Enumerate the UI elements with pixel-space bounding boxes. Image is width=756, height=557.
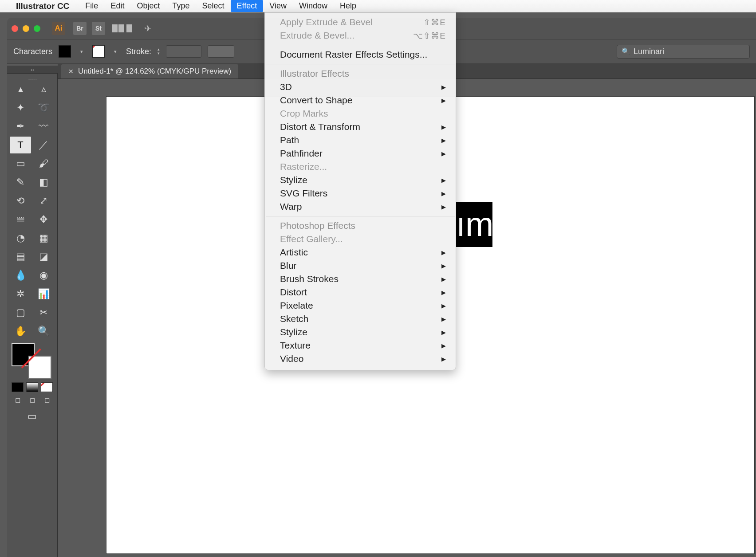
stroke-weight-select[interactable] <box>166 45 201 58</box>
width-tool[interactable]: ⩸ <box>10 211 31 228</box>
menu-item-pixelate[interactable]: Pixelate▶ <box>265 299 456 312</box>
paintbrush-tool[interactable]: 🖌 <box>33 155 54 172</box>
arrange-documents-button[interactable]: ▾ <box>110 24 134 33</box>
hand-tool[interactable]: ✋ <box>10 323 31 340</box>
column-graph-tool[interactable]: 📊 <box>33 286 54 302</box>
slice-tool[interactable]: ✂ <box>33 304 54 321</box>
menu-item-svg-filters[interactable]: SVG Filters▶ <box>265 187 456 200</box>
menu-separator <box>266 45 455 45</box>
type-tool[interactable]: T <box>10 137 31 153</box>
bridge-button[interactable]: Br <box>73 22 87 35</box>
pen-tool[interactable]: ✒ <box>10 118 31 135</box>
menu-view[interactable]: View <box>263 0 293 12</box>
document-tab[interactable]: ✕ Untitled-1* @ 124.62% (CMYK/GPU Previe… <box>61 64 238 78</box>
menu-file[interactable]: File <box>79 0 104 12</box>
draw-normal[interactable]: ◻ <box>12 395 24 405</box>
menu-item-blur[interactable]: Blur▶ <box>265 259 456 272</box>
macos-menubar: Illustrator CC FileEditObjectTypeSelectE… <box>0 0 756 12</box>
scale-tool[interactable]: ⤢ <box>33 192 54 209</box>
rectangle-tool[interactable]: ▭ <box>10 155 31 172</box>
text-object[interactable]: ım <box>456 202 492 247</box>
artboard-tool[interactable]: ▢ <box>10 304 31 321</box>
selection-tool[interactable]: ▴ <box>10 81 31 98</box>
menu-separator <box>266 216 455 216</box>
menu-item-brush-strokes[interactable]: Brush Strokes▶ <box>265 272 456 286</box>
color-mode-gradient[interactable] <box>26 382 38 392</box>
menu-select[interactable]: Select <box>196 0 230 12</box>
fill-dropdown[interactable]: ▾ <box>77 48 86 55</box>
menu-item-3d[interactable]: 3D▶ <box>265 80 456 94</box>
toolbox-collapse-handle[interactable]: ‹‹ <box>7 66 58 74</box>
symbol-sprayer-tool[interactable]: ✲ <box>10 286 31 302</box>
direct-selection-tool[interactable]: ▵ <box>33 81 54 98</box>
mesh-tool[interactable]: ▤ <box>10 248 31 265</box>
screen-mode-button[interactable]: ▭ <box>22 409 43 424</box>
menu-item-path[interactable]: Path▶ <box>265 133 456 147</box>
menu-edit[interactable]: Edit <box>104 0 130 12</box>
color-mode-solid[interactable] <box>12 382 24 392</box>
gpu-performance-icon[interactable]: ✈ <box>144 23 152 34</box>
menu-window[interactable]: Window <box>293 0 334 12</box>
perspective-grid-tool[interactable]: ▦ <box>33 230 54 247</box>
menu-item-rasterize-: Rasterize... <box>265 160 456 173</box>
menu-item-apply-extrude-bevel: Apply Extrude & Bevel⇧⌘E <box>265 16 456 29</box>
menu-item-stylize[interactable]: Stylize▶ <box>265 173 456 187</box>
stroke-dropdown[interactable]: ▾ <box>111 48 120 55</box>
brush-definition[interactable] <box>208 45 234 58</box>
line-segment-tool[interactable]: ／ <box>33 137 54 153</box>
lasso-tool[interactable]: ➰ <box>33 99 54 116</box>
menu-item-video[interactable]: Video▶ <box>265 352 456 365</box>
menu-item-texture[interactable]: Texture▶ <box>265 339 456 352</box>
stroke-weight-stepper[interactable]: ▴▾ <box>158 47 160 55</box>
stock-button[interactable]: St <box>92 22 105 35</box>
menu-item-raster-settings[interactable]: Document Raster Effects Settings... <box>265 48 456 61</box>
menu-item-pathfinder[interactable]: Pathfinder▶ <box>265 147 456 160</box>
curvature-tool[interactable]: 〰 <box>33 118 54 135</box>
draw-behind[interactable]: ◻ <box>26 395 38 405</box>
menu-item-sketch[interactable]: Sketch▶ <box>265 312 456 326</box>
app-name: Illustrator CC <box>16 1 69 11</box>
eraser-tool[interactable]: ◧ <box>33 174 54 191</box>
shaper-tool[interactable]: ✎ <box>10 174 31 191</box>
stroke-indicator[interactable] <box>28 356 51 379</box>
effect-menu-dropdown: Apply Extrude & Bevel⇧⌘EExtrude & Bevel.… <box>264 12 456 370</box>
gradient-tool[interactable]: ◪ <box>33 248 54 265</box>
free-transform-tool[interactable]: ✥ <box>33 211 54 228</box>
minimize-window-button[interactable] <box>23 25 29 32</box>
window-controls <box>12 25 40 32</box>
fill-stroke-indicator[interactable] <box>12 343 51 379</box>
menu-header-illustrator: Illustrator Effects <box>265 67 456 80</box>
menu-item-effect-gallery: Effect Gallery... <box>265 232 456 246</box>
eyedropper-tool[interactable]: 💧 <box>10 267 31 284</box>
close-window-button[interactable] <box>12 25 18 32</box>
zoom-tool[interactable]: 🔍 <box>33 323 54 340</box>
fill-swatch[interactable] <box>59 45 71 58</box>
menu-item-distort-transform[interactable]: Distort & Transform▶ <box>265 120 456 133</box>
menu-item-stylize[interactable]: Stylize▶ <box>265 326 456 339</box>
menu-item-extrude-bevel-: Extrude & Bevel...⌥⇧⌘E <box>265 29 456 42</box>
grip-icon[interactable]: ┈┈┈┈ <box>10 77 55 81</box>
menu-item-crop-marks: Crop Marks <box>265 107 456 120</box>
close-tab-icon[interactable]: ✕ <box>68 68 74 75</box>
draw-inside[interactable]: ◻ <box>41 395 53 405</box>
font-search-value: Luminari <box>634 47 664 56</box>
color-mode-none[interactable] <box>41 382 53 392</box>
font-search[interactable]: 🔍 Luminari <box>617 45 750 59</box>
menu-item-distort[interactable]: Distort▶ <box>265 286 456 299</box>
menu-effect[interactable]: Effect <box>231 0 264 12</box>
stroke-label: Stroke: <box>126 47 151 56</box>
selection-mode-label: Characters <box>13 47 52 56</box>
zoom-window-button[interactable] <box>34 25 40 32</box>
menu-item-convert-to-shape[interactable]: Convert to Shape▶ <box>265 94 456 107</box>
menu-object[interactable]: Object <box>130 0 166 12</box>
shape-builder-tool[interactable]: ◔ <box>10 230 31 247</box>
menu-type[interactable]: Type <box>166 0 196 12</box>
rotate-tool[interactable]: ⟲ <box>10 192 31 209</box>
document-tab-title: Untitled-1* @ 124.62% (CMYK/GPU Preview) <box>78 67 231 76</box>
menu-item-warp[interactable]: Warp▶ <box>265 200 456 213</box>
stroke-swatch[interactable] <box>92 45 105 58</box>
magic-wand-tool[interactable]: ✦ <box>10 99 31 116</box>
blend-tool[interactable]: ◉ <box>33 267 54 284</box>
menu-item-artistic[interactable]: Artistic▶ <box>265 246 456 259</box>
menu-help[interactable]: Help <box>334 0 362 12</box>
